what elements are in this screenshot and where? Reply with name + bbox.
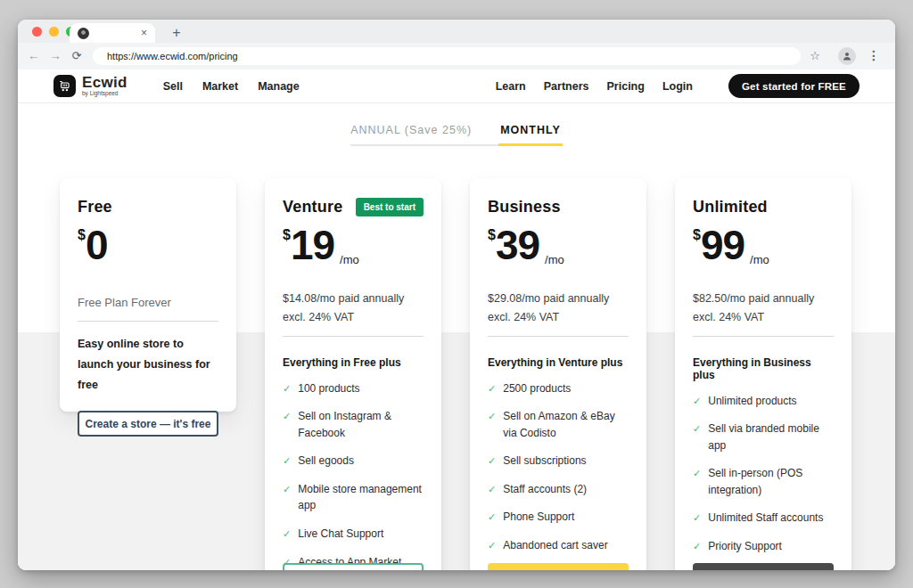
- browser-tab[interactable]: ×: [70, 23, 155, 43]
- currency-symbol: $: [283, 227, 291, 243]
- url-bar[interactable]: https://www.ecwid.com/pricing: [93, 47, 801, 65]
- check-icon: ✓: [488, 538, 496, 555]
- price-period: /mo: [545, 253, 564, 266]
- billing-toggle: ANNUAL (Save 25%) MONTHLY: [18, 124, 895, 146]
- nav-item-manage[interactable]: Manage: [258, 80, 300, 93]
- price-note-line1: $29.08/mo paid annually: [488, 290, 629, 308]
- back-icon[interactable]: ←: [25, 43, 43, 69]
- create-store-button[interactable]: Create a store — it's free: [78, 411, 218, 437]
- price-note: $29.08/mo paid annually excl. 24% VAT: [488, 290, 629, 328]
- nav-item-learn[interactable]: Learn: [496, 80, 526, 93]
- feature-item: ✓Mobile store management app: [283, 481, 424, 514]
- nav-item-pricing[interactable]: Pricing: [607, 80, 645, 93]
- check-icon: ✓: [283, 381, 291, 398]
- divider: [693, 336, 834, 337]
- ecwid-logo[interactable]: Ecwid by Lightspeed: [53, 75, 127, 97]
- price-note: $82.50/mo paid annually excl. 24% VAT: [693, 290, 834, 328]
- price-period: /mo: [750, 253, 769, 266]
- feature-item: ✓Sell egoods: [283, 453, 424, 470]
- check-icon: ✓: [488, 453, 496, 470]
- check-icon: ✓: [488, 409, 496, 442]
- choose-venture-button-partial[interactable]: [283, 563, 424, 570]
- browser-tab-strip: × +: [18, 20, 895, 43]
- feature-text: Abandoned cart saver: [503, 537, 607, 554]
- feature-text: 100 products: [298, 380, 359, 397]
- feature-text: Sell subscriptions: [503, 453, 586, 470]
- feature-item: ✓Live Chat Support: [283, 526, 424, 543]
- nav-item-partners[interactable]: Partners: [544, 80, 589, 93]
- browser-toolbar: ← → ⟳ https://www.ecwid.com/pricing ☆ ⋮: [18, 43, 895, 69]
- currency-symbol: $: [488, 227, 496, 243]
- price-amount: 0: [86, 224, 108, 266]
- check-icon: ✓: [283, 482, 291, 515]
- price-note-line2: excl. 24% VAT: [488, 308, 629, 327]
- site-favicon-icon: [78, 28, 89, 39]
- price-note-line2: excl. 24% VAT: [283, 308, 424, 327]
- features-title: Everything in Business plus: [693, 356, 834, 381]
- plan-name: Free: [78, 198, 112, 216]
- divider: [283, 336, 424, 337]
- feature-item: ✓Phone Support: [488, 509, 629, 526]
- feature-item: ✓Sell in-person (POS integration): [693, 465, 834, 498]
- features-list: ✓Unlimited products ✓Sell via branded mo…: [693, 393, 834, 555]
- price-note: $14.08/mo paid annually excl. 24% VAT: [283, 290, 424, 328]
- refresh-icon[interactable]: ⟳: [68, 43, 86, 69]
- get-started-button[interactable]: Get started for FREE: [728, 74, 860, 98]
- plan-name: Venture: [283, 198, 342, 216]
- site-header: Ecwid by Lightspeed Sell Market Manage L…: [18, 69, 895, 103]
- feature-item: ✓Priority Support: [693, 538, 834, 555]
- tab-annual[interactable]: ANNUAL (Save 25%): [350, 124, 498, 146]
- tab-close-icon[interactable]: ×: [141, 28, 147, 38]
- price-amount: 39: [496, 224, 539, 266]
- feature-text: Unlimited products: [708, 393, 796, 410]
- feature-item: ✓Sell on Amazon & eBay via Codisto: [488, 408, 629, 441]
- features-list: ✓2500 products ✓Sell on Amazon & eBay vi…: [488, 380, 629, 571]
- plan-card-free: Free $ 0 Free Plan Forever Easy online s…: [60, 178, 236, 412]
- feature-item: ✓Sell subscriptions: [488, 453, 629, 470]
- window-close-button[interactable]: [32, 27, 42, 37]
- best-to-start-badge: Best to start: [356, 198, 424, 216]
- feature-text: Sell egoods: [298, 453, 354, 470]
- check-icon: ✓: [488, 381, 496, 398]
- choose-business-button-partial[interactable]: [488, 563, 629, 570]
- tab-monthly[interactable]: MONTHLY: [498, 124, 563, 146]
- browser-menu-icon[interactable]: ⋮: [865, 43, 883, 69]
- profile-avatar-icon[interactable]: [838, 47, 856, 65]
- cart-logo-icon: [53, 75, 76, 97]
- plan-price: $ 39 /mo: [488, 224, 629, 274]
- feature-item: ✓Sell via branded mobile app: [693, 421, 834, 453]
- browser-window: × + ← → ⟳ https://www.ecwid.com/pricing …: [18, 20, 895, 570]
- nav-item-sell[interactable]: Sell: [163, 80, 183, 93]
- feature-item: ✓Sell on Instagram & Facebook: [283, 408, 424, 441]
- check-icon: ✓: [693, 394, 701, 411]
- feature-item: ✓Staff accounts (2): [488, 481, 629, 498]
- feature-text: Sell in-person (POS integration): [708, 465, 834, 498]
- bookmark-star-icon[interactable]: ☆: [806, 43, 824, 69]
- check-icon: ✓: [693, 421, 701, 454]
- check-icon: ✓: [283, 453, 291, 470]
- price-amount: 19: [291, 224, 334, 266]
- forward-icon[interactable]: →: [46, 43, 64, 69]
- nav-item-market[interactable]: Market: [202, 80, 238, 93]
- check-icon: ✓: [693, 510, 701, 527]
- new-tab-button[interactable]: +: [166, 23, 187, 43]
- features-title: Everything in Venture plus: [488, 356, 629, 369]
- feature-text: Sell on Instagram & Facebook: [298, 408, 424, 441]
- logo-name: Ecwid: [82, 75, 127, 90]
- feature-text: Priority Support: [708, 538, 782, 555]
- feature-text: Sell on Amazon & eBay via Codisto: [503, 408, 629, 441]
- price-note-line2: excl. 24% VAT: [693, 308, 834, 327]
- features-list: ✓100 products ✓Sell on Instagram & Faceb…: [283, 380, 424, 571]
- check-icon: ✓: [283, 527, 291, 543]
- feature-item: ✓Abandoned cart saver: [488, 537, 629, 554]
- choose-unlimited-button-partial[interactable]: [693, 563, 834, 570]
- price-note-line1: $14.08/mo paid annually: [283, 290, 424, 308]
- feature-item: ✓Unlimited products: [693, 393, 834, 410]
- page-viewport: Ecwid by Lightspeed Sell Market Manage L…: [18, 69, 895, 570]
- logo-subtitle: by Lightspeed: [82, 91, 127, 97]
- plan-card-business: Business $ 39 /mo $29.08/mo paid annuall…: [470, 178, 646, 570]
- nav-item-login[interactable]: Login: [662, 80, 693, 93]
- price-amount: 99: [701, 224, 744, 266]
- feature-text: Staff accounts (2): [503, 481, 587, 498]
- window-minimize-button[interactable]: [49, 27, 59, 37]
